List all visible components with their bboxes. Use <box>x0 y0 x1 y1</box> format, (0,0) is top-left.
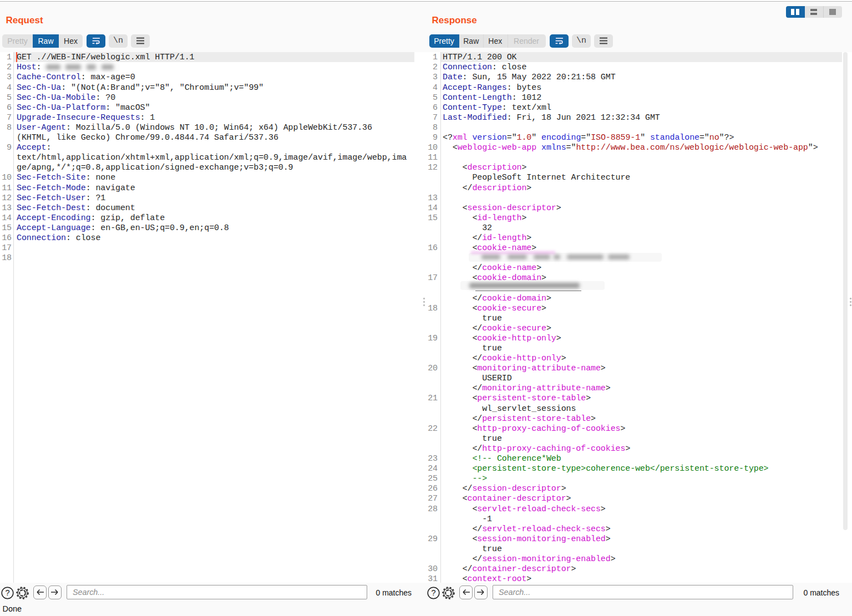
svg-text:?: ? <box>431 588 435 597</box>
svg-text:?: ? <box>5 588 9 597</box>
